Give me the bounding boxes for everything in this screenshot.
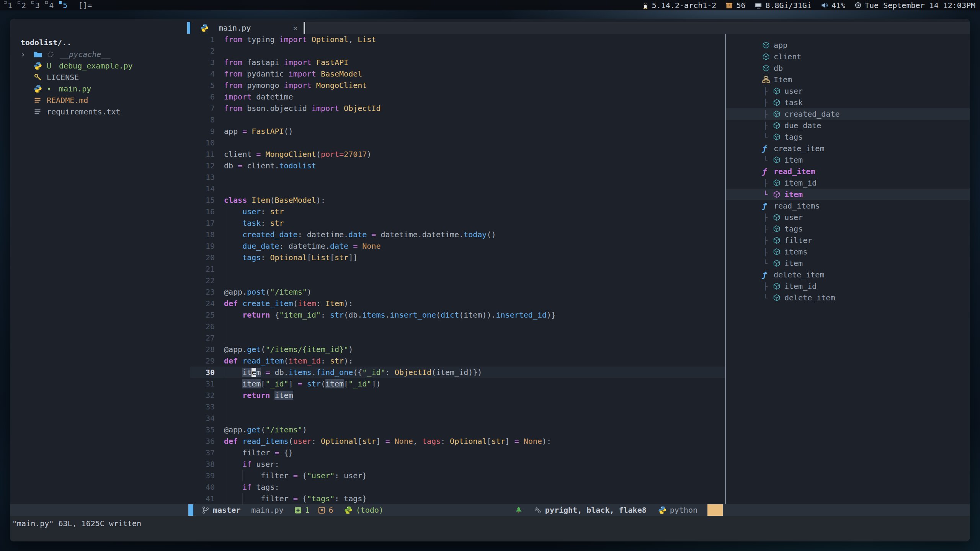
code-line-6[interactable]: 6import datetime (190, 91, 725, 103)
workspace-5[interactable]: 5 (59, 0, 67, 10)
symbol-item[interactable]: └item (726, 189, 970, 200)
code-line-41[interactable]: 41 filter = {"tags": tags} (190, 493, 725, 504)
code-line-34[interactable]: 34 (190, 412, 725, 424)
indent-guide (224, 481, 224, 493)
symbol-tags[interactable]: └tags (726, 131, 970, 143)
symbol-tags[interactable]: ├tags (726, 223, 970, 235)
workspace-indicator-square (59, 1, 62, 4)
code-line-27[interactable]: 27 (190, 332, 725, 344)
symbol-label: client (774, 52, 801, 61)
code-line-35[interactable]: 35@app.get("/items") (190, 424, 725, 435)
file-name: debug_example.py (59, 61, 133, 70)
symbol-client[interactable]: client (726, 51, 970, 62)
code-line-12[interactable]: 12db = client.todolist (190, 160, 725, 171)
code-line-15[interactable]: 15class Item(BaseModel): (190, 194, 725, 206)
code-line-40[interactable]: 40 if tags: (190, 481, 725, 493)
code-line-19[interactable]: 19 due_date: datetime.date = None (190, 240, 725, 252)
code-line-31[interactable]: 31 item["_id"] = str(item["_id"]) (190, 378, 725, 390)
line-number: 15 (190, 194, 215, 206)
code-line-5[interactable]: 5from pymongo import MongoClient (190, 80, 725, 91)
workspace-4[interactable]: 4 (45, 0, 54, 10)
file-item-requirements-txt[interactable]: requirements.txt (21, 106, 187, 117)
symbol-label: item_id (784, 178, 817, 187)
code-line-23[interactable]: 23@app.post("/items") (190, 286, 725, 298)
file-name: requirements.txt (47, 107, 121, 116)
symbol-create_item[interactable]: ƒcreate_item (726, 143, 970, 154)
volume-icon (821, 2, 828, 9)
symbol-task[interactable]: ├task (726, 97, 970, 108)
code-line-24[interactable]: 24def create_item(item: Item): (190, 298, 725, 309)
file-item-readme-md[interactable]: README.md (21, 95, 187, 106)
symbol-user[interactable]: ├user (726, 212, 970, 223)
code-line-21[interactable]: 21 (190, 263, 725, 275)
code-line-8[interactable]: 8 (190, 114, 725, 126)
workspace-1[interactable]: 1 (4, 0, 12, 10)
symbol-item_id[interactable]: ├item_id (726, 280, 970, 292)
file-explorer-root[interactable]: todolist/.. (21, 36, 187, 49)
code-line-25[interactable]: 25 return {"item_id": str(db.items.inser… (190, 309, 725, 321)
code-line-39[interactable]: 39 filter = {"user": user} (190, 470, 725, 481)
symbol-item_id[interactable]: ├item_id (726, 177, 970, 189)
function-icon: ƒ (762, 167, 774, 176)
file-item-main-py[interactable]: •main.py (21, 83, 187, 95)
code-line-16[interactable]: 16 user: str (190, 206, 725, 217)
line-number: 30 (190, 367, 215, 378)
symbol-items[interactable]: ├items (726, 246, 970, 258)
symbol-delete_item[interactable]: ƒdelete_item (726, 269, 970, 280)
code-line-14[interactable]: 14 (190, 183, 725, 194)
code-line-1[interactable]: 1from typing import Optional, List (190, 34, 725, 45)
code-line-11[interactable]: 11client = MongoClient(port=27017) (190, 148, 725, 160)
symbol-due_date[interactable]: ├due_date (726, 120, 970, 131)
code-line-38[interactable]: 38 if user: (190, 458, 725, 470)
function-icon: ƒ (762, 270, 774, 279)
code-line-17[interactable]: 17 task: str (190, 217, 725, 229)
indent-guide (224, 458, 224, 470)
symbol-label: delete_item (784, 293, 835, 302)
symbol-item[interactable]: └item (726, 154, 970, 166)
code-line-20[interactable]: 20 tags: Optional[List[str]] (190, 252, 725, 263)
code-line-4[interactable]: 4from pydantic import BaseModel (190, 68, 725, 80)
code-line-29[interactable]: 29def read_item(item_id: str): (190, 355, 725, 367)
symbol-created_date[interactable]: ├created_date (726, 108, 970, 120)
symbol-read_item[interactable]: ƒread_item (726, 166, 970, 177)
symbol-app[interactable]: app (726, 39, 970, 51)
code-line-3[interactable]: 3from fastapi import FastAPI (190, 57, 725, 68)
package-icon (725, 2, 733, 9)
class-icon (762, 76, 774, 83)
workspace-indicator-square (4, 1, 7, 4)
code-editor[interactable]: 1from typing import Optional, List23from… (190, 34, 725, 504)
workspace-2[interactable]: 2 (18, 0, 26, 10)
code-line-22[interactable]: 22 (190, 275, 725, 286)
code-line-33[interactable]: 33 (190, 401, 725, 412)
file-item-debug-example-py[interactable]: Udebug_example.py (21, 60, 187, 72)
code-line-7[interactable]: 7from bson.objectid import ObjectId (190, 103, 725, 114)
python-filetype-icon (658, 506, 666, 514)
tab-close-icon[interactable]: ✕ (293, 24, 297, 32)
code-line-9[interactable]: 9app = FastAPI() (190, 126, 725, 137)
code-line-26[interactable]: 26 (190, 321, 725, 332)
symbol-delete_item[interactable]: └delete_item (726, 292, 970, 303)
symbol-item[interactable]: └item (726, 258, 970, 269)
symbol-Item[interactable]: Item (726, 74, 970, 85)
symbol-label: db (774, 64, 783, 73)
code-line-32[interactable]: 32 return item (190, 390, 725, 401)
symbol-label: app (774, 41, 787, 50)
symbol-user[interactable]: ├user (726, 85, 970, 97)
file-item--pycache-[interactable]: ›__pycache__ (21, 49, 187, 60)
code-line-28[interactable]: 28@app.get("/items/{item_id}") (190, 344, 725, 355)
code-line-13[interactable]: 13 (190, 171, 725, 183)
workspace-3[interactable]: 3 (31, 0, 40, 10)
code-line-10[interactable]: 10 (190, 137, 725, 148)
symbol-filter[interactable]: ├filter (726, 235, 970, 246)
symbol-read_items[interactable]: ƒread_items (726, 200, 970, 212)
file-explorer: todolist/.. ›__pycache__ Udebug_example.… (10, 34, 187, 504)
code-line-37[interactable]: 37 filter = {} (190, 447, 725, 458)
tab-main-py[interactable]: main.py ✕ (190, 22, 304, 34)
code-line-36[interactable]: 36def read_items(user: Optional[str] = N… (190, 435, 725, 447)
code-line-18[interactable]: 18 created_date: datetime.date = datetim… (190, 229, 725, 240)
file-item-license[interactable]: LICENSE (21, 72, 187, 83)
symbol-db[interactable]: db (726, 62, 970, 74)
code-line-30[interactable]: 30 item = db.items.find_one({"_id": Obje… (190, 367, 725, 378)
tree-connector: ├ (763, 248, 773, 256)
code-line-2[interactable]: 2 (190, 45, 725, 57)
